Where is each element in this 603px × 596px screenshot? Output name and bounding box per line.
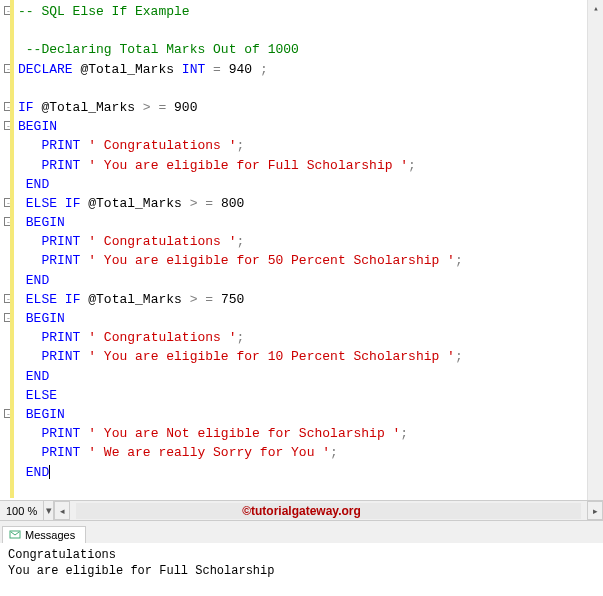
code-line[interactable]: PRINT ' Congratulations '; <box>18 136 603 155</box>
code-line[interactable]: PRINT ' You are eligible for 10 Percent … <box>18 347 603 366</box>
code-token: END <box>26 465 49 480</box>
code-token <box>18 138 41 153</box>
code-token: = <box>213 62 221 77</box>
code-line[interactable]: PRINT ' You are eligible for 50 Percent … <box>18 251 603 270</box>
code-token <box>18 177 26 192</box>
code-line[interactable] <box>18 79 603 98</box>
code-token: @Total_Marks <box>34 100 143 115</box>
code-line[interactable] <box>18 21 603 40</box>
code-token: PRINT <box>41 138 80 153</box>
code-line[interactable]: END <box>18 175 603 194</box>
code-line[interactable]: PRINT ' Congratulations '; <box>18 328 603 347</box>
code-line[interactable]: - ELSE IF @Total_Marks > = 750 <box>18 290 603 309</box>
code-token <box>57 292 65 307</box>
code-token: ' Congratulations ' <box>88 234 236 249</box>
code-token <box>18 407 26 422</box>
code-token: END <box>26 369 49 384</box>
code-token <box>18 234 41 249</box>
code-token: ELSE <box>26 196 57 211</box>
code-token <box>18 215 26 230</box>
code-token <box>18 465 26 480</box>
code-token: PRINT <box>41 445 80 460</box>
tab-label: Messages <box>25 529 75 541</box>
code-token: ; <box>455 253 463 268</box>
code-token <box>18 42 26 57</box>
tab-strip: Messages <box>0 521 603 543</box>
code-token: PRINT <box>41 253 80 268</box>
messages-output[interactable]: Congratulations You are eligible for Ful… <box>0 543 603 583</box>
code-token <box>18 273 26 288</box>
code-token: 940 <box>221 62 260 77</box>
code-token: ; <box>260 62 268 77</box>
code-token: ; <box>400 426 408 441</box>
code-line[interactable]: PRINT ' Congratulations '; <box>18 232 603 251</box>
code-line[interactable]: - ELSE IF @Total_Marks > = 800 <box>18 194 603 213</box>
code-line[interactable]: --- SQL Else If Example <box>18 2 603 21</box>
code-token: ELSE <box>26 292 57 307</box>
code-line[interactable]: - BEGIN <box>18 213 603 232</box>
code-token: PRINT <box>41 158 80 173</box>
code-token: ' You are eligible for Full Scholarship … <box>88 158 408 173</box>
horizontal-scrollbar[interactable] <box>76 503 581 519</box>
code-token: ; <box>236 138 244 153</box>
tab-messages[interactable]: Messages <box>2 526 86 543</box>
code-line[interactable]: - BEGIN <box>18 309 603 328</box>
code-line[interactable]: --Declaring Total Marks Out of 1000 <box>18 40 603 59</box>
code-token: --Declaring Total Marks Out of 1000 <box>26 42 299 57</box>
scroll-right-arrow-icon[interactable]: ▸ <box>587 501 603 520</box>
code-token <box>18 388 26 403</box>
code-token: PRINT <box>41 234 80 249</box>
output-line: Congratulations <box>8 547 595 563</box>
messages-icon <box>9 529 21 541</box>
zoom-dropdown-icon[interactable]: ▾ <box>44 501 54 520</box>
code-token: ; <box>330 445 338 460</box>
code-line[interactable]: END <box>18 367 603 386</box>
code-line[interactable]: - BEGIN <box>18 405 603 424</box>
code-token: 800 <box>213 196 244 211</box>
zoom-toolbar: 100 % ▾ ◂ ▸ ©tutorialgateway.org <box>0 500 603 520</box>
code-token <box>18 253 41 268</box>
code-token <box>18 311 26 326</box>
code-token: ; <box>236 234 244 249</box>
code-token: ' Congratulations ' <box>88 330 236 345</box>
code-line[interactable]: -DECLARE @Total_Marks INT = 940 ; <box>18 60 603 79</box>
code-token: @Total_Marks <box>80 292 189 307</box>
code-line[interactable]: PRINT ' You are Not eligible for Scholar… <box>18 424 603 443</box>
code-token: ' Congratulations ' <box>88 138 236 153</box>
code-line[interactable]: PRINT ' You are eligible for Full Schola… <box>18 156 603 175</box>
code-token: IF <box>65 196 81 211</box>
code-token <box>18 158 41 173</box>
code-token: END <box>26 273 49 288</box>
code-token: DECLARE <box>18 62 73 77</box>
code-token: BEGIN <box>26 215 65 230</box>
code-line[interactable]: END <box>18 271 603 290</box>
code-token: END <box>26 177 49 192</box>
messages-pane: Messages Congratulations You are eligibl… <box>0 520 603 583</box>
code-token <box>18 369 26 384</box>
code-token <box>18 349 41 364</box>
zoom-level[interactable]: 100 % <box>0 501 44 520</box>
code-line[interactable]: END <box>18 463 603 482</box>
code-token: IF <box>65 292 81 307</box>
code-line[interactable]: -BEGIN <box>18 117 603 136</box>
code-token: BEGIN <box>26 407 65 422</box>
code-token: ; <box>236 330 244 345</box>
code-token <box>18 292 26 307</box>
code-line[interactable]: -IF @Total_Marks > = 900 <box>18 98 603 117</box>
code-token: ' You are eligible for 50 Percent Schola… <box>88 253 455 268</box>
text-cursor <box>49 465 50 479</box>
code-token <box>205 62 213 77</box>
code-line[interactable]: ELSE <box>18 386 603 405</box>
code-token: 900 <box>166 100 197 115</box>
code-token: IF <box>18 100 34 115</box>
code-line[interactable]: PRINT ' We are really Sorry for You '; <box>18 443 603 462</box>
code-token: ' You are eligible for 10 Percent Schola… <box>88 349 455 364</box>
code-token: PRINT <box>41 349 80 364</box>
code-token: -- SQL Else If Example <box>18 4 190 19</box>
code-token: @Total_Marks <box>80 196 189 211</box>
code-editor[interactable]: ▴ --- SQL Else If Example --Declaring To… <box>0 0 603 500</box>
output-line: You are eligible for Full Scholarship <box>8 563 595 579</box>
code-token: ' You are Not eligible for Scholarship ' <box>88 426 400 441</box>
code-token: = <box>205 196 213 211</box>
scroll-left-arrow-icon[interactable]: ◂ <box>54 501 70 520</box>
